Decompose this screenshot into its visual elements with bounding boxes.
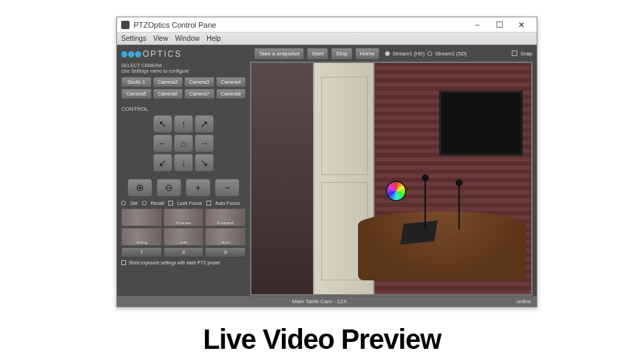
preset-thumb[interactable]: side (163, 228, 204, 246)
ptz-down-right-button[interactable]: ↘ (195, 154, 214, 172)
preset-num-grid: 7 8 9 (121, 247, 246, 257)
lock-focus-checkbox[interactable] (168, 201, 173, 206)
ptz-down-button[interactable]: ↓ (174, 154, 193, 172)
ptz-home-button[interactable]: ⌂ (174, 134, 193, 152)
preset-num-button[interactable]: 8 (163, 247, 204, 257)
statusbar: Main Table Cam - 12X online (117, 296, 537, 307)
ptz-left-button[interactable]: ← (153, 134, 172, 152)
ptz-down-left-button[interactable]: ↙ (153, 154, 172, 172)
logo: OPTICS (121, 49, 246, 59)
logo-dot-icon (135, 51, 141, 57)
close-button[interactable]: ✕ (510, 18, 533, 32)
menu-window[interactable]: Window (175, 35, 200, 42)
store-exposure-row: Store exposure settings with each PTZ pr… (121, 260, 246, 265)
zoom-in-button[interactable]: ⊕ (127, 179, 152, 197)
store-exposure-checkbox[interactable] (121, 260, 126, 265)
menu-help[interactable]: Help (206, 35, 221, 42)
stream2-label: Stream2 (SD) (435, 51, 467, 57)
ptz-up-left-button[interactable]: ↖ (153, 115, 172, 133)
control-label: CONTROL (121, 106, 246, 112)
zoom-out-button[interactable]: ⊖ (156, 179, 181, 197)
logo-dot-icon (128, 51, 134, 57)
camera-button[interactable]: Camera7 (184, 89, 215, 99)
camera-button[interactable]: Camera5 (121, 89, 152, 99)
logo-text: OPTICS (143, 49, 182, 59)
preset-thumb[interactable]: ceiling (121, 228, 162, 246)
select-camera-label: SELECT CAMERA Use Settings menu to confi… (121, 63, 246, 75)
video-preview (250, 62, 533, 296)
menubar: Settings View Window Help (117, 33, 537, 45)
preset-thumb-grid: Podcast Podcast2 ceiling side door (121, 208, 246, 246)
lock-focus-label: Lock Focus (177, 201, 202, 206)
zoom-row: ⊕ ⊖ + − (121, 179, 246, 197)
preset-thumb[interactable]: Podcast2 (205, 208, 246, 226)
ptz-right-button[interactable]: → (195, 134, 214, 152)
minus-icon: − (224, 182, 230, 193)
camera-button[interactable]: Camera3 (184, 77, 215, 87)
stream2-radio[interactable] (427, 51, 432, 56)
camera-button[interactable]: Camera4 (216, 77, 247, 87)
focus-near-button[interactable]: + (186, 179, 211, 197)
home-button[interactable]: Home (355, 48, 379, 60)
auto-focus-checkbox[interactable] (206, 201, 211, 206)
store-exposure-label: Store exposure settings with each PTZ pr… (129, 260, 220, 265)
app-icon (121, 21, 129, 29)
maximize-button[interactable]: ☐ (488, 18, 510, 32)
preset-num-button[interactable]: 7 (121, 247, 162, 257)
menu-view[interactable]: View (153, 35, 168, 42)
recall-radio[interactable] (142, 201, 147, 206)
plus-icon: + (195, 182, 201, 193)
camera-button[interactable]: Camera6 (153, 89, 184, 99)
preset-num-button[interactable]: 9 (205, 247, 246, 257)
status-center: Main Table Cam - 12X (123, 298, 517, 305)
zoom-out-icon: ⊖ (165, 182, 173, 193)
preset-thumb[interactable] (121, 208, 162, 226)
stop-button[interactable]: Stop (331, 48, 352, 60)
preview-scene (251, 63, 531, 294)
set-label: Set (130, 201, 138, 206)
minimize-button[interactable]: − (466, 18, 488, 32)
titlebar: PTZOptics Control Pane − ☐ ✕ (117, 17, 537, 33)
window-title: PTZOptics Control Pane (134, 21, 466, 29)
logo-dot-icon (121, 51, 127, 57)
camera-grid: Studio 1 Camera2 Camera3 Camera4 Camera5… (121, 77, 246, 99)
snap-option: Snap (512, 51, 533, 57)
camera-button[interactable]: Camera8 (216, 89, 247, 99)
preset-thumb[interactable]: door (205, 228, 246, 246)
camera-button[interactable]: Camera2 (153, 77, 184, 87)
preset-thumb[interactable]: Podcast (163, 208, 204, 226)
focus-far-button[interactable]: − (215, 179, 240, 197)
auto-focus-label: Auto Focus (215, 201, 240, 206)
focus-options-row: Set Recall Lock Focus Auto Focus (121, 201, 246, 206)
snapshot-button[interactable]: Take a snapshot (254, 48, 304, 60)
app-window: PTZOptics Control Pane − ☐ ✕ Settings Vi… (116, 17, 537, 307)
stream1-radio[interactable] (385, 51, 390, 56)
stream-options: Stream1 (HD) Stream2 (SD) (385, 51, 467, 57)
recall-label: Recall (151, 201, 164, 206)
camera-button[interactable]: Studio 1 (121, 77, 152, 87)
ptz-up-button[interactable]: ↑ (174, 115, 193, 133)
page-caption: Live Video Preview (0, 324, 644, 355)
ptz-grid: ↖ ↑ ↗ ← ⌂ → ↙ ↓ ↘ (121, 115, 246, 172)
sidebar: OPTICS SELECT CAMERA Use Settings menu t… (117, 45, 250, 296)
zoom-in-icon: ⊕ (136, 182, 144, 193)
main-area: Take a snapshot Start Stop Home Stream1 … (250, 45, 537, 296)
ptz-up-right-button[interactable]: ↗ (195, 115, 214, 133)
set-radio[interactable] (121, 201, 126, 206)
start-button[interactable]: Start (307, 48, 328, 60)
snap-checkbox[interactable] (512, 51, 517, 56)
stream1-label: Stream1 (HD) (393, 51, 424, 57)
menu-settings[interactable]: Settings (121, 35, 146, 42)
status-right: online (517, 298, 531, 305)
snap-label: Snap (520, 51, 533, 57)
top-controls: Take a snapshot Start Stop Home Stream1 … (250, 45, 537, 62)
